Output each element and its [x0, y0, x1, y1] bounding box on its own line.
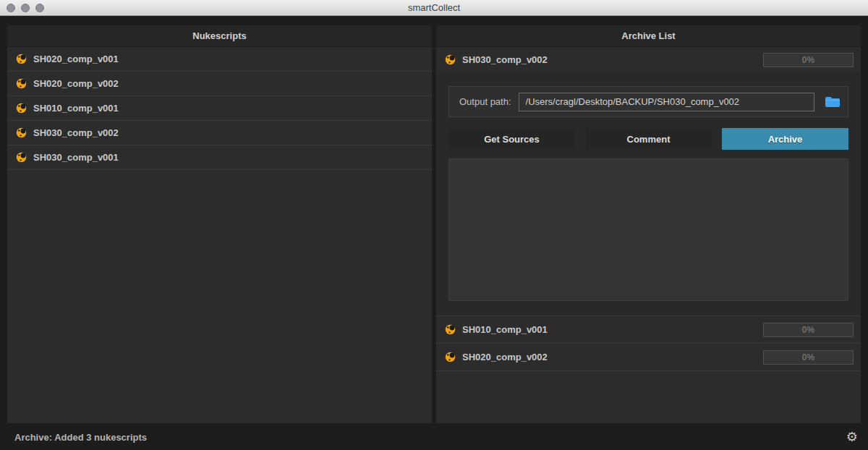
zoom-button[interactable]	[35, 4, 44, 12]
browse-folder-button[interactable]	[822, 93, 843, 111]
nuke-icon	[16, 78, 27, 89]
archive-item-label: SH010_comp_v001	[462, 324, 548, 335]
nukescript-item[interactable]: SH010_comp_v001	[7, 96, 432, 121]
action-buttons: Get Sources Comment Archive	[448, 128, 848, 150]
comment-button[interactable]: Comment	[585, 128, 712, 150]
output-path-input[interactable]	[519, 93, 814, 111]
get-sources-button[interactable]: Get Sources	[448, 128, 575, 150]
window-title: smartCollect	[0, 0, 868, 15]
minimize-button[interactable]	[21, 4, 30, 12]
nukescript-item[interactable]: SH020_comp_v001	[7, 47, 432, 72]
settings-button[interactable]: ⚙	[846, 430, 858, 443]
nukescript-item[interactable]: SH020_comp_v002	[7, 72, 432, 96]
archive-item-label: SH030_comp_v002	[462, 54, 548, 65]
archive-item-active: SH030_comp_v002 0% Output path:	[436, 47, 861, 316]
nukescript-item[interactable]: SH030_comp_v002	[7, 121, 432, 145]
nukescripts-header: Nukescripts	[7, 25, 432, 47]
status-message: Archive: Added 3 nukescripts	[14, 431, 147, 442]
output-path-group: Output path:	[448, 86, 848, 117]
progress-bar: 0%	[763, 350, 854, 365]
nukescript-label: SH030_comp_v002	[33, 127, 119, 138]
nukescript-label: SH020_comp_v002	[33, 78, 119, 89]
app-window: smartCollect Nukescripts SH020_comp_v001…	[0, 0, 868, 450]
traffic-lights	[7, 4, 44, 12]
folder-icon	[825, 95, 841, 108]
nuke-icon	[445, 54, 456, 65]
nuke-icon	[445, 352, 456, 362]
nukescript-label: SH030_comp_v001	[33, 152, 119, 163]
archive-item[interactable]: SH020_comp_v002 0%	[436, 344, 861, 371]
nuke-icon	[16, 103, 27, 114]
nuke-icon	[16, 127, 27, 138]
archive-list-panel: Archive List SH030_comp_v002 0% Output p…	[436, 25, 861, 423]
nuke-icon	[16, 152, 27, 163]
archive-button[interactable]: Archive	[722, 128, 848, 150]
nukescripts-panel: Nukescripts SH020_comp_v001 SH020_comp_v…	[7, 25, 432, 423]
archive-item-label: SH020_comp_v002	[462, 352, 548, 362]
archive-item[interactable]: SH010_comp_v001 0%	[436, 316, 861, 344]
archive-list-header: Archive List	[436, 25, 861, 47]
nukescript-label: SH020_comp_v001	[33, 54, 119, 64]
comment-textarea[interactable]	[448, 158, 848, 301]
progress-value: 0%	[764, 351, 853, 364]
archive-item-details: Output path: Get Sources Comment Archive	[436, 72, 861, 315]
gear-icon: ⚙	[846, 430, 858, 444]
close-button[interactable]	[7, 4, 15, 12]
progress-bar: 0%	[763, 53, 854, 67]
archive-item-row[interactable]: SH030_comp_v002 0%	[436, 47, 861, 72]
progress-bar: 0%	[763, 323, 854, 337]
output-path-label: Output path:	[459, 96, 511, 107]
nukescript-item[interactable]: SH030_comp_v001	[7, 145, 432, 170]
status-bar: Archive: Added 3 nukescripts ⚙	[0, 423, 868, 450]
nuke-icon	[16, 54, 27, 64]
title-bar: smartCollect	[0, 0, 868, 16]
progress-value: 0%	[764, 323, 853, 336]
nukescript-label: SH010_comp_v001	[33, 103, 119, 114]
progress-value: 0%	[764, 54, 853, 67]
nuke-icon	[445, 324, 456, 335]
